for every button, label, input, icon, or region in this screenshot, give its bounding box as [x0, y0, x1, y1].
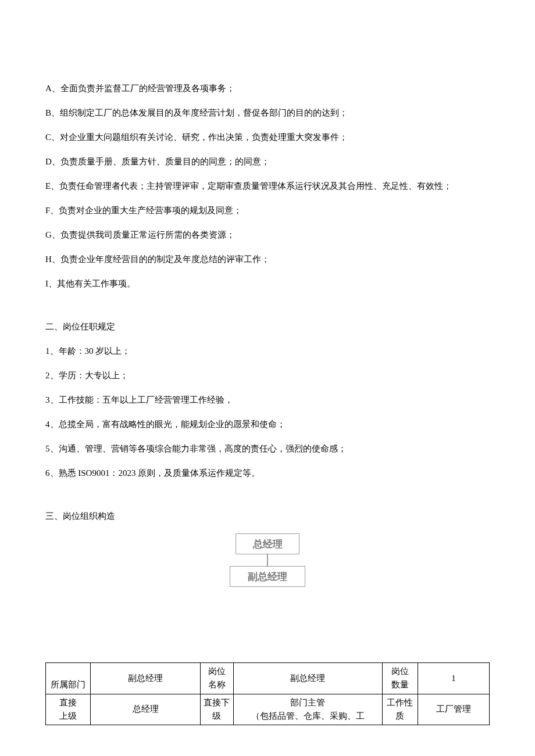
qualification-item-1: 1、年龄：30 岁以上；: [45, 344, 490, 358]
cell-superior-label: 直接 上级: [46, 694, 91, 725]
cell-subordinate-value: 部门主管 （包括品管、仓库、采购、工: [233, 694, 382, 725]
table-row: 直接 上级 总经理 直接下 级 部门主管 （包括品管、仓库、采购、工 工作性 质…: [46, 694, 490, 725]
cell-pos-name-label: 岗位 名称: [201, 663, 233, 694]
section-2-title: 二、岗位任职规定: [45, 320, 490, 334]
qualification-item-6: 6、熟悉 ISO9001：2023 原则，及质量体系运作规定等。: [45, 466, 490, 480]
cell-pos-count-label: 岗位 数量: [382, 663, 418, 694]
duty-item-f: F、负责对企业的重大生产经营事项的规划及同意；: [45, 203, 490, 217]
cell-dept-label: 所属部门: [46, 663, 91, 694]
cell-subordinate-label: 直接下 级: [201, 694, 233, 725]
cell-pos-count-value: 1: [418, 663, 490, 694]
duty-item-a: A、全面负责并监督工厂的经营管理及各项事务；: [45, 81, 490, 95]
cell-dept-value: 副总经理: [90, 663, 200, 694]
duty-item-h: H、负责企业年度经营目的的制定及年度总结的评审工作；: [45, 252, 490, 266]
cell-nature-value: 工厂管理: [418, 694, 490, 725]
duty-item-b: B、组织制定工厂的总体发展目的及年度经营计划，督促各部门的目的的达到；: [45, 106, 490, 120]
cell-pos-name-value: 副总经理: [233, 663, 382, 694]
duty-item-i: I、其他有关工作事项。: [45, 277, 490, 291]
org-box-top: 总经理: [236, 533, 299, 554]
qualification-item-4: 4、总揽全局，富有战略性的眼光，能规划企业的愿景和使命；: [45, 417, 490, 431]
qualification-item-5: 5、沟通、管理、营销等各项综合能力非常强，高度的责任心，强烈的使命感；: [45, 442, 490, 456]
duty-item-c: C、对企业重大问题组织有关讨论、研究，作出决策，负责处理重大突发事件；: [45, 130, 490, 144]
duty-item-d: D、负责质量手册、质量方针、质量目的的同意；的同意；: [45, 155, 490, 169]
org-box-bottom: 副总经理: [230, 566, 305, 587]
cell-nature-label: 工作性 质: [382, 694, 418, 725]
section-3-title: 三、岗位组织构造: [45, 509, 490, 523]
duty-item-e: E、负责任命管理者代表；主持管理评审，定期审查质量管理体系运行状况及其合用性、充…: [45, 179, 490, 193]
position-info-table: 所属部门 副总经理 岗位 名称 副总经理 岗位 数量 1 直接 上级 总经理 直…: [45, 662, 490, 725]
org-chart: 总经理 副总经理: [45, 533, 490, 587]
cell-superior-value: 总经理: [90, 694, 200, 725]
org-connector: [267, 554, 268, 566]
duty-item-g: G、负责提供我司质量正常运行所需的各类资源；: [45, 228, 490, 242]
table-row: 所属部门 副总经理 岗位 名称 副总经理 岗位 数量 1: [46, 663, 490, 694]
qualification-item-3: 3、工作技能：五年以上工厂经营管理工作经验，: [45, 393, 490, 407]
qualification-item-2: 2、学历：大专以上；: [45, 368, 490, 382]
